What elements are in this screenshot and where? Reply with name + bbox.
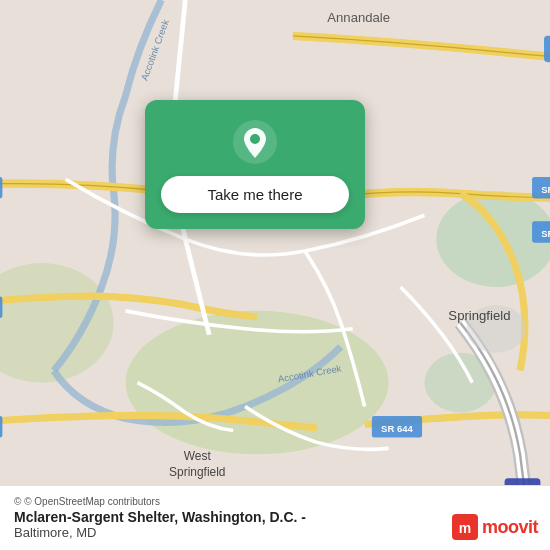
svg-text:Annandale: Annandale xyxy=(327,10,390,25)
svg-text:Springfield: Springfield xyxy=(169,465,225,479)
svg-text:SR 644: SR 644 xyxy=(381,423,414,434)
map-attribution: © © OpenStreetMap contributors xyxy=(14,496,536,507)
svg-rect-14 xyxy=(0,297,2,319)
map-pin-icon xyxy=(233,120,277,164)
svg-text:Springfield: Springfield xyxy=(448,308,510,323)
svg-text:West: West xyxy=(184,449,212,463)
bottom-bar: © © OpenStreetMap contributors Mclaren-S… xyxy=(0,485,550,550)
svg-rect-16 xyxy=(0,416,2,438)
svg-text:m: m xyxy=(459,520,471,536)
svg-point-29 xyxy=(250,134,260,144)
moovit-icon: m xyxy=(452,514,478,540)
svg-point-1 xyxy=(126,311,389,454)
moovit-branding: m moovit xyxy=(452,514,538,540)
location-card: Take me there xyxy=(145,100,365,229)
svg-rect-6 xyxy=(544,36,550,62)
copyright-symbol: © xyxy=(14,496,21,507)
take-me-there-button[interactable]: Take me there xyxy=(161,176,349,213)
attribution-text: © OpenStreetMap contributors xyxy=(24,496,160,507)
svg-text:SR 620: SR 620 xyxy=(541,184,550,195)
map-background: VA 236 SR 620 SR 620 SR 617 SR 638 SR 64… xyxy=(0,0,550,550)
map-container: VA 236 SR 620 SR 620 SR 617 SR 638 SR 64… xyxy=(0,0,550,550)
svg-rect-8 xyxy=(0,177,2,199)
moovit-text: moovit xyxy=(482,517,538,538)
svg-text:SR 617: SR 617 xyxy=(541,228,550,239)
